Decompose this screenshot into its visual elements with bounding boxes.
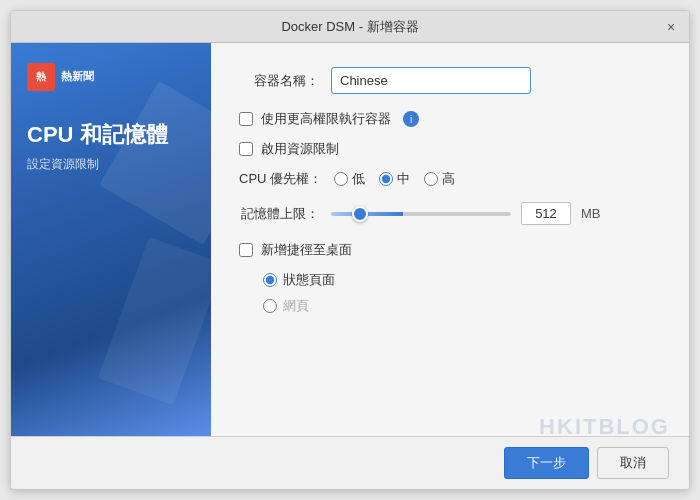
- shortcut-web-label: 網頁: [283, 297, 309, 315]
- memory-unit: MB: [581, 206, 601, 221]
- memory-limit-row: 記憶體上限： 512 MB: [239, 202, 661, 225]
- cpu-radio-group: 低 中 高: [334, 170, 455, 188]
- container-name-input[interactable]: [331, 67, 531, 94]
- shortcut-checkbox-row: 新增捷徑至桌面: [239, 241, 661, 259]
- cpu-mid-radio[interactable]: [379, 172, 393, 186]
- main-window: Docker DSM - 新增容器 × 熱 熱新聞 CPU 和記憶體 設定資源限…: [10, 10, 690, 490]
- logo-text: 熱新聞: [61, 70, 94, 83]
- sidebar-panel: 熱 熱新聞 CPU 和記憶體 設定資源限制: [11, 43, 211, 436]
- shortcut-radio-group: 狀態頁面 網頁: [263, 271, 661, 315]
- cpu-priority-label: CPU 優先權：: [239, 170, 322, 188]
- shortcut-web-option[interactable]: 網頁: [263, 297, 661, 315]
- shortcut-checkbox[interactable]: [239, 243, 253, 257]
- next-button[interactable]: 下一步: [504, 447, 589, 479]
- form-panel: 容器名稱： 使用更高權限執行容器 i 啟用資源限制 CPU 優先權：: [211, 43, 689, 436]
- close-button[interactable]: ×: [661, 17, 681, 37]
- memory-value: 512: [521, 202, 571, 225]
- logo: 熱 熱新聞: [27, 63, 195, 91]
- cpu-mid-option[interactable]: 中: [379, 170, 410, 188]
- cpu-high-option[interactable]: 高: [424, 170, 455, 188]
- resource-limit-row: 啟用資源限制: [239, 140, 661, 158]
- container-name-row: 容器名稱：: [239, 67, 661, 94]
- high-priv-row: 使用更高權限執行容器 i: [239, 110, 661, 128]
- high-priv-label: 使用更高權限執行容器: [261, 110, 391, 128]
- container-name-label: 容器名稱：: [239, 72, 319, 90]
- shortcut-section: 新增捷徑至桌面 狀態頁面 網頁: [239, 241, 661, 315]
- panel-subtitle: 設定資源限制: [27, 156, 195, 173]
- cpu-high-radio[interactable]: [424, 172, 438, 186]
- titlebar: Docker DSM - 新增容器 ×: [11, 11, 689, 43]
- shortcut-label: 新增捷徑至桌面: [261, 241, 352, 259]
- cpu-low-label: 低: [352, 170, 365, 188]
- panel-title: CPU 和記憶體: [27, 121, 195, 150]
- memory-limit-label: 記憶體上限：: [239, 205, 319, 223]
- memory-slider[interactable]: [331, 212, 511, 216]
- slider-container: 512 MB: [331, 202, 601, 225]
- cpu-low-radio[interactable]: [334, 172, 348, 186]
- shortcut-web-radio[interactable]: [263, 299, 277, 313]
- cpu-high-label: 高: [442, 170, 455, 188]
- window-title: Docker DSM - 新增容器: [281, 18, 418, 36]
- cpu-mid-label: 中: [397, 170, 410, 188]
- footer: 下一步 取消: [11, 436, 689, 489]
- watermark: HKITBLOG: [539, 414, 670, 436]
- high-priv-checkbox[interactable]: [239, 112, 253, 126]
- shortcut-status-radio[interactable]: [263, 273, 277, 287]
- logo-icon: 熱: [27, 63, 55, 91]
- resource-limit-label: 啟用資源限制: [261, 140, 339, 158]
- cpu-low-option[interactable]: 低: [334, 170, 365, 188]
- shortcut-status-option[interactable]: 狀態頁面: [263, 271, 661, 289]
- cpu-priority-row: CPU 優先權： 低 中 高: [239, 170, 661, 188]
- resource-limit-checkbox[interactable]: [239, 142, 253, 156]
- cancel-button[interactable]: 取消: [597, 447, 669, 479]
- content-area: 熱 熱新聞 CPU 和記憶體 設定資源限制 容器名稱： 使用更高權限執行容器 i: [11, 43, 689, 436]
- shortcut-status-label: 狀態頁面: [283, 271, 335, 289]
- info-icon[interactable]: i: [403, 111, 419, 127]
